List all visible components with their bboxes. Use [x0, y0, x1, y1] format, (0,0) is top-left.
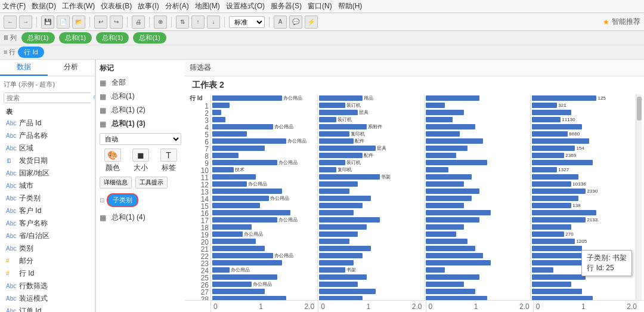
- field-row-id[interactable]: #行 Id: [4, 267, 91, 280]
- chart-panels: 办公用品办公用品办公用品办公用品技术办公用品办公用品办公用品办公用品办公用品办公…: [210, 94, 636, 300]
- bar-row: [211, 144, 316, 152]
- field-customer-id[interactable]: Abc客户 Id: [4, 205, 91, 217]
- bar: [426, 289, 476, 294]
- bar-chart-icon: ▦: [100, 79, 109, 87]
- connect-data-button[interactable]: ⊕: [154, 16, 167, 29]
- scrollbar-thumb[interactable]: [637, 97, 642, 121]
- field-order-id[interactable]: Abc订单 Id: [4, 305, 91, 312]
- bar-row: 层具: [318, 109, 423, 116]
- back-button[interactable]: ←: [4, 16, 17, 29]
- forward-button[interactable]: →: [19, 16, 32, 29]
- marks-sum3[interactable]: ▦ 总和(1) (3): [100, 117, 181, 131]
- field-category[interactable]: Abc类别: [4, 242, 91, 255]
- bar-value-label: 8660: [569, 131, 580, 137]
- sort-desc-button[interactable]: ↓: [207, 16, 220, 29]
- tooltip-button[interactable]: 💬: [289, 16, 302, 29]
- column-pill-2[interactable]: 总和(1): [59, 32, 92, 44]
- open-button[interactable]: 📂: [72, 16, 85, 29]
- marks-sum1[interactable]: ▦ 总和(1): [100, 89, 181, 103]
- field-customer-name[interactable]: Abc客户名称: [4, 217, 91, 230]
- marks-title: 标记: [100, 63, 181, 73]
- bar-row: [531, 209, 636, 216]
- menu-window[interactable]: 窗口(N): [308, 1, 332, 11]
- tab-analysis[interactable]: 分析: [48, 60, 95, 76]
- bar-label: 办公用品: [274, 123, 293, 130]
- highlight-button[interactable]: ⚡: [305, 16, 318, 29]
- bar-label: 装订机: [338, 116, 352, 123]
- undo-button[interactable]: ↩: [94, 16, 107, 29]
- toolbar: ← → 💾 📄 📂 ↩ ↪ 🖨 ⊕ ⇅ ↑ ↓ 标准 A 💬 ⚡ ★ 智能推荐: [0, 13, 644, 31]
- bar: [532, 267, 553, 273]
- menu-help[interactable]: 帮助(H): [338, 1, 363, 11]
- bar: [319, 196, 371, 201]
- chart-scrollbar[interactable]: [636, 94, 642, 300]
- menu-data[interactable]: 数据(D): [32, 1, 56, 11]
- marks-sum2[interactable]: ▦ 总和(1) (2): [100, 103, 181, 117]
- marks-type-dropdown[interactable]: 自动: [100, 133, 181, 145]
- marks-color[interactable]: 🎨 颜色: [100, 149, 125, 173]
- sort-asc-button[interactable]: ↑: [191, 16, 205, 29]
- fit-dropdown[interactable]: 标准: [229, 16, 265, 28]
- field-product-id[interactable]: Abc产品 Id: [4, 117, 91, 129]
- show-labels-button[interactable]: A: [274, 16, 287, 29]
- menu-worksheet[interactable]: 工作表(W): [62, 1, 95, 11]
- menu-analysis[interactable]: 分析(A): [165, 1, 189, 11]
- smart-recommend-label: 智能推荐: [612, 17, 640, 27]
- bar-label: 办公用品: [248, 181, 267, 187]
- field-region[interactable]: Abc区域: [4, 142, 91, 155]
- field-country[interactable]: Abc国家/地区: [4, 167, 91, 180]
- bar-row: 1327: [531, 166, 636, 173]
- toolbar-separator-7: [269, 17, 270, 27]
- bar-row: [211, 288, 316, 295]
- redo-button[interactable]: ↪: [110, 16, 123, 29]
- detail-button[interactable]: 详细信息: [100, 177, 132, 189]
- column-pill-3[interactable]: 总和(1): [96, 32, 129, 44]
- column-pill-4[interactable]: 总和(1): [133, 32, 166, 44]
- bar-row: 办公用品: [211, 266, 316, 273]
- bar: [212, 117, 225, 122]
- field-city[interactable]: Abc城市: [4, 180, 91, 192]
- new-button[interactable]: 📄: [57, 16, 70, 29]
- marks-sum4[interactable]: ▦ 总和(1) (4): [100, 211, 181, 224]
- menu-format[interactable]: 设置格式(O): [226, 1, 265, 11]
- menu-dashboard[interactable]: 仪表板(B): [101, 1, 132, 11]
- bar-label: 配件: [355, 138, 364, 144]
- menu-story[interactable]: 故事(I): [138, 1, 159, 11]
- bar: [426, 203, 464, 208]
- menu-map[interactable]: 地图(M): [195, 1, 220, 11]
- field-subcategory[interactable]: Abc子类别: [4, 192, 91, 205]
- row-pill-1[interactable]: 行 Id: [18, 47, 44, 58]
- field-ship-date[interactable]: 🗓发货日期: [4, 155, 91, 167]
- menu-file[interactable]: 文件(F): [2, 1, 26, 11]
- marks-all[interactable]: ▦ 全部: [100, 76, 181, 89]
- column-pill-1[interactable]: 总和(1): [21, 32, 54, 44]
- bar-row: [211, 273, 316, 280]
- marks-label[interactable]: T 标签: [156, 149, 181, 173]
- toolbar-separator-1: [36, 17, 37, 27]
- marks-size[interactable]: ◼ 大小: [128, 149, 153, 173]
- bar-value-label: 10336: [572, 181, 586, 187]
- label-icon: T: [160, 149, 177, 162]
- field-product-name[interactable]: Abc产品名称: [4, 129, 91, 142]
- bar: [212, 103, 230, 108]
- save-button[interactable]: 💾: [41, 16, 54, 29]
- field-zip[interactable]: #邮分: [4, 255, 91, 267]
- tab-data[interactable]: 数据: [0, 60, 48, 76]
- search-input[interactable]: [4, 93, 91, 103]
- bar: [426, 124, 476, 129]
- field-row-filter[interactable]: Abc行数筛选: [4, 280, 91, 292]
- marks-panel: 标记 ▦ 全部 ▦ 总和(1) ▦ 总和(1) (2) ▦ 总和(1) (3): [95, 60, 185, 312]
- field-province[interactable]: Abc省/自治区: [4, 230, 91, 242]
- bar-row: [531, 123, 636, 130]
- smart-recommend[interactable]: ★ 智能推荐: [603, 17, 640, 27]
- print-button[interactable]: 🖨: [132, 16, 145, 29]
- menu-server[interactable]: 服务器(S): [271, 1, 302, 11]
- field-label: 行 Id: [19, 268, 34, 279]
- bar-row: [531, 223, 636, 230]
- bar-row: 办公用品: [211, 137, 316, 144]
- bar-row: [425, 245, 530, 252]
- subcategory-pill[interactable]: 子类别: [107, 193, 138, 207]
- swap-button[interactable]: ⇅: [176, 16, 189, 29]
- field-ship-mode[interactable]: Abc装运模式: [4, 292, 91, 305]
- tooltip-button[interactable]: 工具提示: [135, 177, 168, 189]
